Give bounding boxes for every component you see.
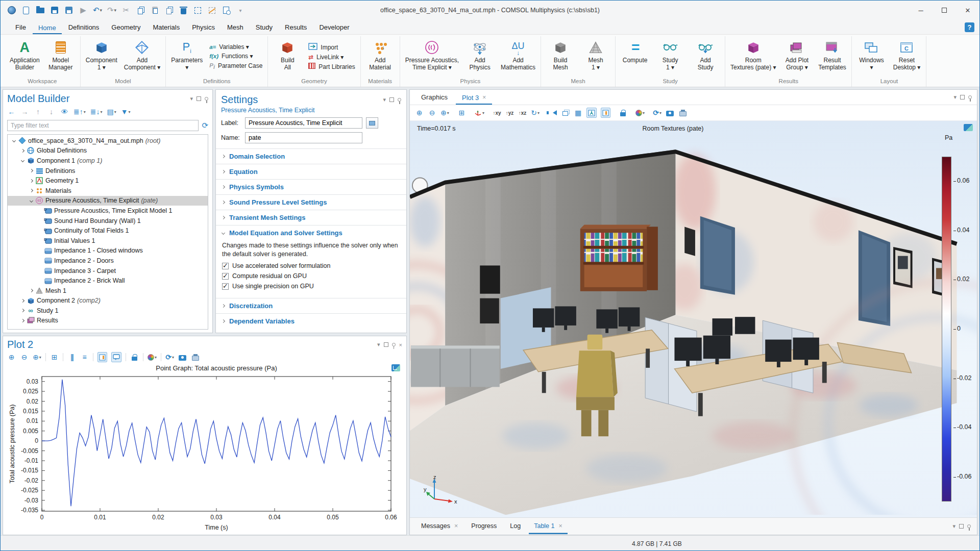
expander-icon[interactable] bbox=[28, 189, 35, 192]
save-icon[interactable] bbox=[47, 3, 62, 17]
bottom-tab-log[interactable]: Log bbox=[505, 518, 526, 534]
section-header[interactable]: Equation bbox=[216, 164, 406, 179]
maximize-button[interactable] bbox=[933, 1, 956, 20]
expander-icon[interactable] bbox=[28, 289, 35, 292]
ribbon-physics-addbutton[interactable]: AddPhysics bbox=[463, 36, 497, 77]
menu-geometry[interactable]: Geometry bbox=[106, 21, 146, 34]
minimize-button[interactable]: ─ bbox=[909, 1, 933, 20]
ribbon-layout-windowsbutton[interactable]: Windows▾ bbox=[854, 36, 888, 77]
zoom-in-icon[interactable]: ⊕ bbox=[7, 352, 16, 362]
expander-icon[interactable] bbox=[19, 159, 26, 162]
tree-node-impedance-2-doors[interactable]: Impedance 2 - Doors bbox=[8, 256, 208, 266]
plot-properties-icon[interactable] bbox=[391, 364, 400, 371]
tree-node-results[interactable]: Results bbox=[8, 316, 208, 326]
tree-node-geometry-1[interactable]: Geometry 1 bbox=[8, 176, 208, 186]
copy-icon[interactable] bbox=[133, 3, 148, 17]
section-header[interactable]: Discretization bbox=[216, 298, 406, 313]
tree-node-continuity-of-total-fields-1[interactable]: DContinuity of Total Fields 1 bbox=[8, 226, 208, 236]
delete-icon[interactable] bbox=[176, 3, 190, 17]
panel-controls[interactable]: ▾ bbox=[952, 523, 971, 530]
expander-icon[interactable] bbox=[28, 169, 35, 172]
open-file-icon[interactable] bbox=[33, 3, 47, 17]
section-header[interactable]: Model Equation and Solver Settings bbox=[216, 226, 406, 240]
ribbon-functions-button[interactable]: f(x)Functions ▾ bbox=[209, 53, 262, 60]
select-box-icon[interactable] bbox=[190, 3, 205, 17]
close-tab-icon[interactable]: × bbox=[559, 522, 562, 530]
new-file-icon[interactable] bbox=[19, 3, 33, 17]
expander-icon[interactable] bbox=[28, 180, 35, 182]
close-tab-icon[interactable]: × bbox=[454, 522, 458, 530]
checkbox-compute-residual-on-gpu[interactable]: Compute residual on GPU bbox=[222, 272, 400, 280]
ribbon-results-roombutton[interactable]: RoomTextures (pate) ▾ bbox=[728, 36, 778, 77]
update-icon[interactable]: ⟳▾ bbox=[165, 352, 174, 362]
tree-node-component-1[interactable]: Component 1(comp 1) bbox=[8, 156, 208, 166]
tooltip-icon[interactable] bbox=[111, 352, 121, 362]
tree-node-mesh-1[interactable]: Mesh 1 bbox=[8, 286, 208, 296]
undo-icon[interactable]: ↶▾ bbox=[90, 3, 105, 17]
tree-node-pressure-acoustics-time-explicit[interactable]: Pressure Acoustics, Time Explicit(pate) bbox=[8, 196, 208, 206]
plot-properties-icon[interactable] bbox=[964, 124, 973, 131]
section-header[interactable]: Transient Mesh Settings bbox=[216, 210, 406, 225]
tree-node-global-definitions[interactable]: Global Definitions bbox=[8, 146, 208, 156]
bottom-tab-messages[interactable]: Messages× bbox=[416, 518, 463, 534]
refresh-icon[interactable]: ⟳ bbox=[202, 121, 208, 130]
back-icon[interactable]: ← bbox=[7, 107, 16, 117]
menu-file[interactable]: File bbox=[10, 21, 32, 34]
ribbon-mesh-buildbutton[interactable]: BuildMesh bbox=[544, 36, 577, 77]
scene-light-icon[interactable] bbox=[601, 108, 610, 118]
ribbon-workspace-modelbutton[interactable]: ModelManager bbox=[44, 36, 78, 77]
tab-plot-3[interactable]: Plot 3× bbox=[456, 91, 492, 105]
tree-node-component-2[interactable]: Component 2(comp2) bbox=[8, 296, 208, 306]
lock-icon[interactable] bbox=[130, 352, 139, 362]
tree-node-definitions[interactable]: Definitions bbox=[8, 166, 208, 176]
bottom-tab-table-1[interactable]: Table 1× bbox=[529, 518, 568, 534]
ribbon-geometry-buildbutton[interactable]: BuildAll bbox=[271, 36, 304, 77]
expander-icon[interactable] bbox=[28, 199, 35, 202]
ribbon-variables-button[interactable]: a=Variables ▾ bbox=[209, 43, 262, 51]
transparency-icon[interactable] bbox=[561, 108, 570, 118]
zoom-out-icon[interactable]: ⊖ bbox=[20, 352, 29, 362]
menu-mesh[interactable]: Mesh bbox=[222, 21, 249, 34]
view-xz-icon[interactable]: ↑xz bbox=[518, 108, 527, 118]
image-settings-icon[interactable]: ▾ bbox=[635, 108, 645, 118]
ribbon-results-add-plotbutton[interactable]: Add PlotGroup ▾ bbox=[780, 36, 814, 77]
graphics-canvas[interactable]: Time=0.017 s Room Textures (pate) Pa 0.0… bbox=[410, 121, 977, 517]
view-yz-icon[interactable]: ↑yz bbox=[505, 108, 514, 118]
zoom-box-icon[interactable]: ⊕▾ bbox=[33, 352, 41, 362]
menu-results[interactable]: Results bbox=[279, 21, 312, 34]
ribbon-study-studybutton[interactable]: Study1 ▾ bbox=[653, 36, 687, 77]
tree-node-initial-values-1[interactable]: DInitial Values 1 bbox=[8, 236, 208, 246]
plot2-chart[interactable]: 00.010.020.030.040.050.060.030.0250.020.… bbox=[7, 363, 402, 535]
clear-selection-icon[interactable] bbox=[205, 3, 219, 17]
snapshot-icon[interactable] bbox=[178, 352, 187, 362]
tree-node-materials[interactable]: Materials bbox=[8, 186, 208, 196]
expander-icon[interactable] bbox=[19, 299, 26, 302]
ribbon-importbutton[interactable]: Import bbox=[308, 43, 355, 52]
duplicate-icon[interactable] bbox=[162, 3, 176, 17]
tree-node-study-1[interactable]: ∞Study 1 bbox=[8, 306, 208, 316]
ribbon-results-resultbutton[interactable]: ResultTemplates bbox=[815, 36, 849, 77]
collapse-tree-icon[interactable]: ≣↓▾ bbox=[90, 107, 103, 117]
orientation-icon[interactable]: ▾ bbox=[474, 108, 484, 118]
expand-tree-icon[interactable]: ≣↑▾ bbox=[74, 107, 86, 117]
name-input[interactable] bbox=[245, 132, 362, 143]
tree-node-office-space-63-30t0-n4-ma-out-mph[interactable]: office_space_63_30T0_N4_ma_out.mph(root) bbox=[8, 136, 208, 146]
tree-node-sound-hard-boundary-wall-1[interactable]: DSound Hard Boundary (Wall) 1 bbox=[8, 216, 208, 226]
ribbon-definitions-parametersbutton[interactable]: PiParameters▾ bbox=[168, 36, 205, 77]
run-icon[interactable]: ▶ bbox=[76, 3, 90, 17]
menu-materials[interactable]: Materials bbox=[147, 21, 185, 34]
model-tree-nodes-icon[interactable]: ▤▾ bbox=[107, 107, 116, 117]
ribbon-workspace-applicationbutton[interactable]: AApplicationBuilder bbox=[7, 36, 42, 77]
section-header[interactable]: Sound Pressure Level Settings bbox=[216, 195, 406, 210]
section-header[interactable]: Domain Selection bbox=[216, 149, 406, 164]
ribbon-physics-pressure-acoustics-button[interactable]: Pressure Acoustics,Time Explicit ▾ bbox=[403, 36, 461, 77]
fit-icon[interactable]: ⊞ bbox=[50, 352, 59, 362]
ribbon-study-computebutton[interactable]: =Compute bbox=[618, 36, 652, 77]
checkbox-use-single-precision-on-gpu[interactable]: Use single precision on GPU bbox=[222, 283, 400, 290]
paste-icon[interactable] bbox=[148, 3, 162, 17]
ribbon-part-librariesbutton[interactable]: Part Libraries bbox=[308, 63, 355, 70]
ribbon-physics-addbutton[interactable]: ΔU↓AddMathematics bbox=[498, 36, 538, 77]
menu-physics[interactable]: Physics bbox=[186, 21, 220, 34]
snapshot-icon[interactable] bbox=[666, 108, 674, 118]
default-view-icon[interactable] bbox=[586, 108, 597, 118]
